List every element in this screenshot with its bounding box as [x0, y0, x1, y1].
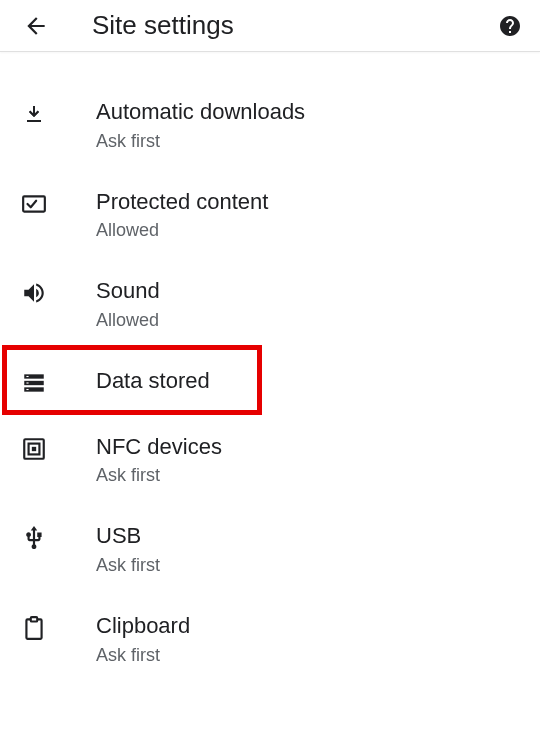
setting-label: Sound [96, 277, 160, 306]
clipboard-icon [20, 614, 48, 642]
nfc-icon [20, 435, 48, 463]
setting-label: Automatic downloads [96, 98, 305, 127]
setting-label: Clipboard [96, 612, 190, 641]
setting-clipboard[interactable]: Clipboard Ask first [0, 594, 540, 684]
setting-sub: Ask first [96, 131, 305, 152]
setting-sound[interactable]: Sound Allowed [0, 259, 540, 349]
protected-icon [20, 190, 48, 218]
download-icon [20, 100, 48, 128]
svg-rect-4 [26, 376, 28, 377]
setting-sub: Ask first [96, 645, 190, 666]
svg-rect-9 [32, 447, 36, 451]
usb-icon [20, 524, 48, 552]
page-title: Site settings [92, 10, 496, 41]
help-icon [498, 14, 522, 38]
svg-rect-5 [26, 382, 28, 383]
setting-sub: Allowed [96, 220, 268, 241]
setting-sub: Ask first [96, 465, 222, 486]
setting-nfc-devices[interactable]: NFC devices Ask first [0, 415, 540, 505]
setting-usb[interactable]: USB Ask first [0, 504, 540, 594]
settings-list: Automatic downloads Ask first Protected … [0, 52, 540, 684]
back-button[interactable] [20, 10, 52, 42]
setting-sub: Allowed [96, 310, 160, 331]
setting-automatic-downloads[interactable]: Automatic downloads Ask first [0, 80, 540, 170]
setting-label: NFC devices [96, 433, 222, 462]
help-button[interactable] [496, 12, 524, 40]
sound-icon [20, 279, 48, 307]
setting-data-stored[interactable]: Data stored [0, 349, 540, 415]
setting-label: Data stored [96, 367, 210, 396]
setting-label: Protected content [96, 188, 268, 217]
storage-icon [20, 369, 48, 397]
svg-rect-6 [26, 389, 28, 390]
setting-label: USB [96, 522, 160, 551]
header: Site settings [0, 0, 540, 52]
setting-protected-content[interactable]: Protected content Allowed [0, 170, 540, 260]
svg-rect-11 [31, 617, 38, 621]
arrow-back-icon [23, 13, 49, 39]
setting-sub: Ask first [96, 555, 160, 576]
